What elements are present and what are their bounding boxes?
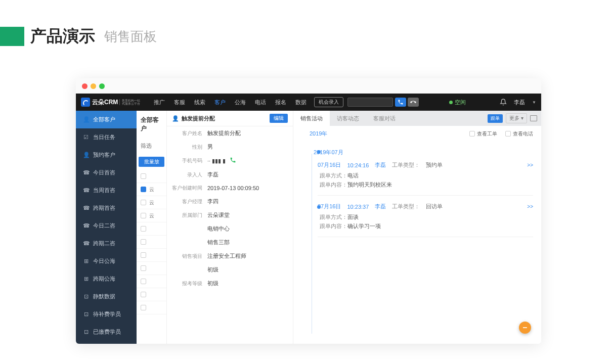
- checkbox[interactable]: [141, 200, 146, 205]
- sidebar: 👤全部客户☑当日任务👤预约客户☎今日首咨☎当周首咨☎跨期首咨☎今日二咨☎跨期二咨…: [76, 111, 137, 344]
- entry-user[interactable]: 李磊: [375, 161, 386, 169]
- nav-item-2[interactable]: 线索: [190, 94, 210, 111]
- checkbox-phone[interactable]: 查看电话: [505, 130, 533, 138]
- sidebar-item-3[interactable]: ☎今日首咨: [76, 164, 137, 181]
- detail-value: 电销中心: [207, 225, 230, 233]
- detail-label: 销售项目: [172, 253, 207, 260]
- list-row[interactable]: [137, 301, 166, 314]
- checkbox[interactable]: [141, 305, 146, 310]
- sidebar-item-label: 跨期二咨: [93, 240, 115, 247]
- logo-icon: [81, 98, 90, 107]
- nav-item-7[interactable]: 数据: [291, 94, 311, 111]
- sidebar-item-label: 今日二咨: [93, 222, 115, 230]
- sidebar-item-0[interactable]: 👤全部客户: [76, 111, 137, 128]
- checkbox[interactable]: [141, 187, 146, 192]
- checkbox[interactable]: [141, 265, 146, 271]
- call-button[interactable]: [395, 98, 406, 107]
- sidebar-item-label: 预约客户: [93, 151, 115, 159]
- detail-label: 所属部门: [172, 212, 207, 219]
- detail-label: 客户姓名: [172, 130, 207, 137]
- sidebar-item-4[interactable]: ☎当周首咨: [76, 181, 137, 199]
- fab-button[interactable]: –: [519, 322, 531, 334]
- close-icon[interactable]: [82, 83, 88, 89]
- sidebar-item-12[interactable]: ⊡已缴费学员: [76, 323, 137, 341]
- sidebar-item-9[interactable]: ⊞跨期公海: [76, 270, 137, 288]
- activity-tabs: 销售活动访客动态客服对话 跟单 更多 ▾: [293, 111, 541, 126]
- checkbox[interactable]: [141, 239, 146, 245]
- checkbox[interactable]: [141, 292, 146, 297]
- list-row[interactable]: [137, 222, 166, 236]
- entry-date: 07月16日: [318, 203, 341, 210]
- nav-item-4[interactable]: 公海: [230, 94, 250, 111]
- year-label[interactable]: 2019年: [301, 130, 327, 138]
- list-row[interactable]: [137, 288, 166, 301]
- nav-item-5[interactable]: 电话: [250, 94, 271, 111]
- chevron-down-icon[interactable]: ▼: [532, 100, 536, 105]
- logo[interactable]: 云朵CRM 教育机构一站 式服务云平台: [76, 94, 145, 111]
- search-input[interactable]: [347, 98, 393, 107]
- entry-user[interactable]: 李磊: [375, 203, 386, 210]
- hangup-button[interactable]: [408, 98, 419, 107]
- sidebar-item-5[interactable]: ☎跨期首咨: [76, 199, 137, 217]
- checkbox-workorder[interactable]: 查看工单: [469, 130, 497, 138]
- sidebar-item-8[interactable]: ⊞今日公海: [76, 252, 137, 270]
- phone-icon[interactable]: [230, 157, 236, 165]
- sidebar-item-10[interactable]: ⊡静默数据: [76, 288, 137, 305]
- list-row[interactable]: 云: [137, 183, 166, 196]
- checkbox[interactable]: [141, 226, 146, 232]
- activity-filter-row: 2019年 查看工单 查看电话: [293, 126, 541, 142]
- expand-button[interactable]: >>: [527, 204, 533, 209]
- sidebar-item-label: 全部客户: [93, 116, 115, 123]
- minimize-icon[interactable]: [91, 83, 96, 89]
- detail-row: 所属部门云朵课堂: [167, 208, 293, 222]
- user-name[interactable]: 李磊: [514, 99, 525, 106]
- nav-item-1[interactable]: 客服: [169, 94, 190, 111]
- nav-items: 推广客服线索客户公海电话报名数据: [149, 94, 311, 111]
- sidebar-item-label: 待补费学员: [93, 310, 121, 318]
- followup-badge[interactable]: 跟单: [488, 114, 503, 123]
- checkbox[interactable]: [141, 213, 146, 218]
- bell-icon[interactable]: [500, 99, 507, 106]
- user-icon: 👤: [172, 115, 179, 122]
- checkbox[interactable]: [141, 279, 146, 284]
- sidebar-item-1[interactable]: ☑当日任务: [76, 128, 137, 146]
- timeline-entry: 07月16日10:24:16李磊工单类型：预约单>>跟单方式：电话跟单内容：预约…: [318, 161, 533, 196]
- status-indicator[interactable]: 空闲: [449, 99, 466, 106]
- checkbox[interactable]: [141, 252, 146, 258]
- detail-value: 销售三部: [207, 239, 230, 246]
- sidebar-item-7[interactable]: ☎跨期二咨: [76, 235, 137, 252]
- expand-button[interactable]: >>: [527, 162, 533, 168]
- checkbox[interactable]: [141, 173, 146, 179]
- sidebar-item-6[interactable]: ☎今日二咨: [76, 217, 137, 235]
- maximize-icon[interactable]: [99, 83, 105, 89]
- sidebar-item-2[interactable]: 👤预约客户: [76, 146, 137, 164]
- activity-tab-1[interactable]: 访客动态: [330, 111, 366, 126]
- filter-label[interactable]: 筛选: [137, 138, 166, 154]
- activity-tab-0[interactable]: 销售活动: [293, 111, 330, 126]
- list-row[interactable]: 云: [137, 196, 166, 209]
- list-row[interactable]: [137, 249, 166, 262]
- edit-button[interactable]: 编辑: [270, 114, 288, 123]
- layout-icon[interactable]: [530, 115, 537, 121]
- detail-row: 手机号码·· ▮▮▮ ▮: [167, 154, 293, 168]
- sidebar-item-11[interactable]: ⊡待补费学员: [76, 305, 137, 323]
- entry-button[interactable]: 机会录入: [314, 97, 343, 107]
- list-row[interactable]: [137, 170, 166, 183]
- sidebar-item-13[interactable]: ⊡开通课程: [76, 341, 137, 344]
- nav-item-0[interactable]: 推广: [149, 94, 169, 111]
- nav-item-6[interactable]: 报名: [271, 94, 291, 111]
- nav-item-3[interactable]: 客户: [210, 94, 230, 111]
- detail-label: 报考等级: [172, 280, 207, 287]
- entry-type-value: 预约单: [426, 161, 443, 169]
- bulk-button[interactable]: 批量放: [139, 157, 164, 167]
- list-row[interactable]: [137, 236, 166, 249]
- timeline-line: [312, 154, 312, 334]
- list-row[interactable]: [137, 275, 166, 288]
- more-button[interactable]: 更多 ▾: [506, 113, 527, 123]
- detail-row: 销售项目注册安全工程师: [167, 249, 293, 263]
- detail-row: 销售三部: [167, 236, 293, 249]
- activity-tab-2[interactable]: 客服对话: [366, 111, 403, 126]
- list-row[interactable]: 云: [137, 209, 166, 222]
- list-row[interactable]: [137, 262, 166, 275]
- detail-label: 客户经理: [172, 198, 207, 205]
